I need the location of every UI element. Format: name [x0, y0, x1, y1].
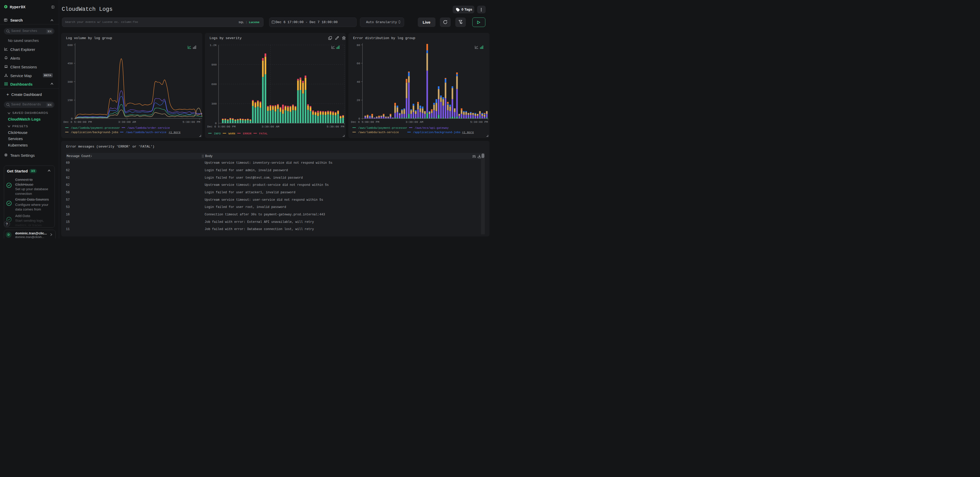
svg-text:/application/background-jobs: /application/background-jobs [413, 131, 461, 134]
svg-text:3:30:00 AM: 3:30:00 AM [118, 120, 136, 124]
svg-text:20: 20 [356, 99, 360, 102]
svg-text:150: 150 [67, 99, 73, 102]
svg-text:60: 60 [356, 62, 360, 65]
svg-text:/aws/lambda/auth-service: /aws/lambda/auth-service [126, 131, 166, 134]
svg-text:600: 600 [67, 43, 73, 47]
svg-text:/aws/lambda/payment-processor: /aws/lambda/payment-processor [71, 126, 120, 130]
svg-text:Dec 6 5:00:00 PM: Dec 6 5:00:00 PM [64, 120, 92, 124]
svg-text:+1 more: +1 more [169, 131, 180, 134]
svg-text:900: 900 [211, 63, 217, 66]
svg-text:3:30:00 AM: 3:30:00 AM [261, 125, 279, 128]
svg-text:5:30:00 PM: 5:30:00 PM [183, 120, 200, 124]
svg-text:1.2K: 1.2K [210, 43, 217, 47]
svg-text:80: 80 [356, 43, 360, 47]
svg-text:300: 300 [67, 80, 73, 84]
svg-text:450: 450 [67, 62, 73, 65]
svg-text:/aws/lambda/order-service: /aws/lambda/order-service [127, 126, 170, 130]
svg-text:0: 0 [358, 117, 360, 120]
svg-text:/aws/lambda/payment-processor: /aws/lambda/payment-processor [358, 126, 407, 130]
svg-text:FATAL: FATAL [259, 132, 267, 135]
svg-text:0: 0 [71, 117, 73, 120]
svg-text:/application/background-jobs: /application/background-jobs [71, 131, 119, 134]
svg-text:40: 40 [356, 80, 360, 84]
svg-text:0: 0 [215, 122, 217, 125]
svg-text:/aws/ecs/api-gateway: /aws/ecs/api-gateway [415, 126, 449, 130]
svg-text:INFO: INFO [214, 132, 221, 135]
svg-text:300: 300 [211, 102, 217, 105]
svg-text:WARN: WARN [229, 132, 235, 135]
svg-text:+1 more: +1 more [462, 131, 474, 134]
svg-text:600: 600 [211, 83, 217, 86]
svg-text:5:30:00 PM: 5:30:00 PM [326, 125, 344, 128]
svg-text:Dec 6 5:00:00 PM: Dec 6 5:00:00 PM [351, 120, 379, 124]
svg-text:ERROR: ERROR [243, 132, 251, 135]
svg-text:3:30:00 AM: 3:30:00 AM [406, 120, 423, 124]
svg-text:/aws/lambda/auth-service: /aws/lambda/auth-service [358, 131, 399, 134]
svg-text:Dec 6 5:00:00 PM: Dec 6 5:00:00 PM [207, 125, 236, 128]
svg-text:5:30:00 PM: 5:30:00 PM [470, 120, 488, 124]
